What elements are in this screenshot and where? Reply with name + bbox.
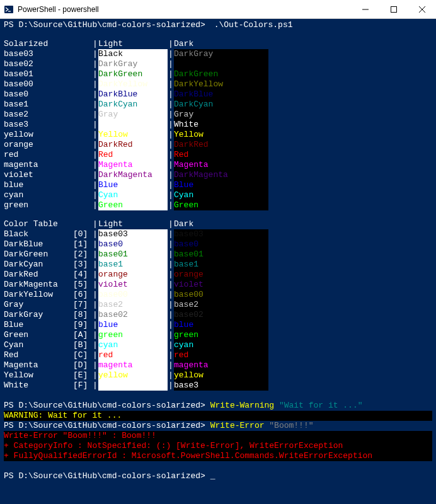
svg-rect-3 (391, 6, 396, 12)
prompt-line-1: PS D:\Source\GitHub\cmd-colors-solarized… (4, 20, 432, 30)
window-title: PowerShell - powershell (18, 5, 99, 14)
colortable-row: Magenta [D]|magenta |magenta (4, 360, 432, 370)
solarized-header: Solarized |Light |Dark (4, 39, 432, 49)
solarized-row: base1 |DarkCyan |DarkCyan (4, 100, 432, 110)
colortable-row: Yellow [E]|yellow |yellow (4, 370, 432, 381)
solarized-row: base00 |DarkYellow |DarkYellow (4, 79, 432, 89)
maximize-icon (391, 6, 397, 13)
error-argument: "Boom!!!" (269, 421, 313, 430)
solarized-row: red |Red |Red (4, 150, 432, 160)
color-table: Color Table |Light |DarkBlack [0]|base03… (4, 219, 432, 391)
close-button[interactable] (408, 0, 436, 19)
solarized-row: base0 |DarkBlue |DarkBlue (4, 89, 432, 100)
powershell-icon (4, 4, 14, 14)
solarized-row: green |Green |Green (4, 200, 432, 210)
window-controls (351, 0, 436, 19)
prompt-line-2: PS D:\Source\GitHub\cmd-colors-solarized… (4, 401, 432, 411)
colortable-row: DarkRed [4]|orange |orange (4, 270, 432, 280)
colortable-row: Green [A]|green |green (4, 330, 432, 340)
console-area[interactable]: PS D:\Source\GitHub\cmd-colors-solarized… (0, 19, 436, 504)
minimize-button[interactable] (351, 0, 379, 19)
error-output-line1: Write-Error "Boom!!!" : Boom!!! (4, 431, 432, 441)
error-output-line2: + CategoryInfo : NotSpecified: (:) [Writ… (4, 441, 432, 451)
maximize-button[interactable] (379, 0, 408, 19)
solarized-row: base3 |White |White (4, 120, 432, 130)
colortable-row: Gray [7]|base2 |base2 (4, 300, 432, 310)
colortable-row: White [F]|base3 |base3 (4, 381, 432, 391)
colortable-row: DarkGreen [2]|base01 |base01 (4, 249, 432, 260)
solarized-row: base02 |DarkGray |Black (4, 59, 432, 69)
warning-output: WARNING: Wait for it ... (4, 411, 432, 421)
solarized-row: orange |DarkRed |DarkRed (4, 140, 432, 150)
colortable-row: Red [C]|red |red (4, 350, 432, 360)
colortable-row: DarkMagenta [5]|violet |violet (4, 280, 432, 290)
colortable-row: Cyan [B]|cyan |cyan (4, 340, 432, 350)
colortable-row: DarkGray [8]|base02 |base02 (4, 310, 432, 320)
colortable-row: DarkCyan [3]|base1 |base1 (4, 260, 432, 270)
minimize-icon (362, 6, 369, 13)
solarized-row: base03 |Black |DarkGray (4, 49, 432, 59)
colortable-row: Black [0]|base03 |base03 (4, 229, 432, 239)
prompt-line-3: PS D:\Source\GitHub\cmd-colors-solarized… (4, 421, 432, 431)
solarized-row: cyan |Cyan |Cyan (4, 190, 432, 200)
solarized-row: base01 |DarkGreen |DarkGreen (4, 69, 432, 79)
prompt-path: PS D:\Source\GitHub\cmd-colors-solarized… (4, 20, 205, 30)
titlebar-left: PowerShell - powershell (0, 4, 99, 14)
solarized-row: yellow |Yellow |Yellow (4, 130, 432, 140)
colortable-row: DarkYellow [6]|base00 |base00 (4, 290, 432, 300)
solarized-row: magenta |Magenta |Magenta (4, 160, 432, 170)
solarized-row: violet |DarkMagenta |DarkMagenta (4, 170, 432, 180)
error-output-line3: + FullyQualifiedErrorId : Microsoft.Powe… (4, 451, 432, 461)
prompt-command: .\Out-Colors.ps1 (210, 20, 293, 30)
colortable-row: DarkBlue [1]|base0 |base0 (4, 239, 432, 249)
close-icon (419, 6, 425, 13)
colortable-row: Blue [9]|blue |blue (4, 320, 432, 330)
warning-argument: "Wait for it ..." (279, 401, 363, 410)
titlebar: PowerShell - powershell (0, 0, 436, 19)
colortable-header: Color Table |Light |Dark (4, 219, 432, 229)
solarized-table: Solarized |Light |Darkbase03 |Black |Dar… (4, 39, 432, 210)
solarized-row: blue |Blue |Blue (4, 180, 432, 190)
prompt-line-4: PS D:\Source\GitHub\cmd-colors-solarized… (4, 471, 432, 481)
write-warning-cmdlet: Write-Warning (210, 401, 274, 410)
solarized-row: base2 |Gray |Gray (4, 110, 432, 120)
write-error-cmdlet: Write-Error (210, 421, 265, 430)
